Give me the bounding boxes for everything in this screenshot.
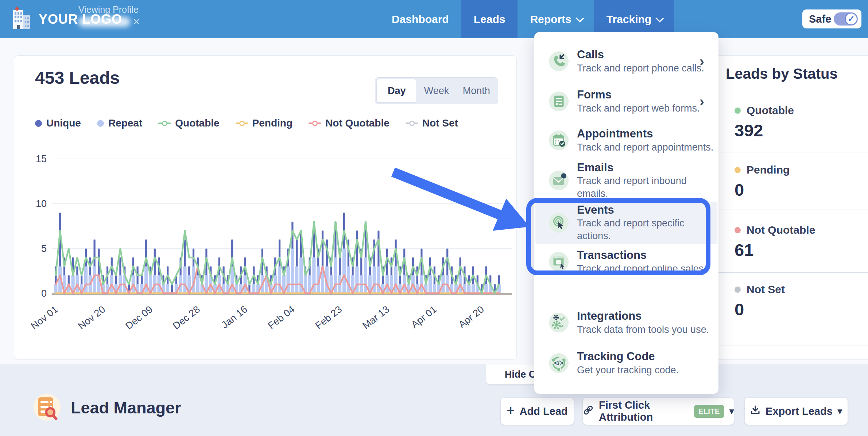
menu-item-calls[interactable]: CallsTrack and report phone calls.› xyxy=(535,41,717,81)
divider xyxy=(714,152,868,152)
nav-label: Tracking xyxy=(607,13,651,26)
top-navbar: YOUR LOGO Viewing Profile ✕ DashboardLea… xyxy=(0,0,868,38)
chevron-down-icon xyxy=(656,14,664,22)
legend-label: Quotable xyxy=(175,117,219,129)
viewing-profile-label: Viewing Profile xyxy=(78,4,139,15)
menu-item-integrations[interactable]: IntegrationsTrack data from tools you us… xyxy=(535,303,717,343)
first-click-attribution-label: First Click Attribution xyxy=(599,399,689,423)
lead-manager-icon xyxy=(33,393,61,423)
elite-badge: ELITE xyxy=(694,405,724,418)
svg-text:Nov 01: Nov 01 xyxy=(29,304,60,331)
nav-label: Reports xyxy=(530,13,571,26)
legend-item-pending[interactable]: Pending xyxy=(236,117,292,129)
safe-label: Safe xyxy=(809,13,831,25)
menu-item-title: Events xyxy=(577,203,717,217)
menu-item-title: Transactions xyxy=(577,248,706,262)
legend-label: Repeat xyxy=(108,117,142,129)
app-window: YOUR LOGO Viewing Profile ✕ DashboardLea… xyxy=(0,0,868,436)
menu-item-tracking-code[interactable]: </>Tracking CodeGet your tracking code. xyxy=(535,343,717,383)
range-option-day[interactable]: Day xyxy=(377,79,416,102)
legend-marker-icon xyxy=(158,122,171,124)
status-label: Not Set xyxy=(747,283,785,296)
menu-item-title: Appointments xyxy=(577,127,713,141)
menu-item-description: Track and report web forms. xyxy=(577,102,700,115)
chevron-down-icon xyxy=(576,14,584,22)
clear-profile-icon[interactable]: ✕ xyxy=(133,17,140,27)
status-value: 0 xyxy=(735,299,785,319)
link-icon xyxy=(583,405,594,418)
svg-text:5: 5 xyxy=(41,243,47,254)
export-leads-label: Export Leads xyxy=(766,405,833,417)
menu-item-title: Emails xyxy=(577,161,717,175)
svg-text:15: 15 xyxy=(36,153,47,164)
menu-item-description: Track and report specific actions. xyxy=(577,217,717,242)
status-value: 0 xyxy=(735,180,790,200)
status-row-pending: Pending0 xyxy=(735,164,790,200)
range-toggle: DayWeekMonth xyxy=(375,77,498,104)
events-icon xyxy=(549,213,569,233)
svg-text:Feb 04: Feb 04 xyxy=(266,304,297,331)
svg-text:Feb 23: Feb 23 xyxy=(313,304,344,331)
toggle-check-icon: ✓ xyxy=(845,13,857,25)
menu-item-forms[interactable]: FormsTrack and report web forms.› xyxy=(535,81,717,121)
profile-name-blurred[interactable] xyxy=(78,17,130,27)
svg-text:Nov 20: Nov 20 xyxy=(76,304,107,331)
menu-item-description: Track and report inbound emails. xyxy=(577,175,717,200)
first-click-attribution-button[interactable]: First Click Attribution ELITE ▾ xyxy=(583,398,734,425)
legend-marker-icon xyxy=(97,120,104,127)
nav-item-leads[interactable]: Leads xyxy=(461,0,518,38)
legend-item-unique[interactable]: Unique xyxy=(35,117,81,129)
svg-text:Jan 16: Jan 16 xyxy=(219,304,249,331)
nav-label: Dashboard xyxy=(392,13,449,26)
legend-item-repeat[interactable]: Repeat xyxy=(97,117,142,129)
svg-text:Apr 01: Apr 01 xyxy=(409,304,439,330)
status-value: 61 xyxy=(735,240,815,260)
export-leads-button[interactable]: Export Leads ▾ xyxy=(745,398,848,425)
leads-chart: 051015Nov 01Nov 20Dec 09Dec 28Jan 16Feb … xyxy=(26,146,514,352)
svg-text:10: 10 xyxy=(36,198,47,209)
svg-text:</>: </> xyxy=(554,359,563,367)
menu-item-title: Tracking Code xyxy=(577,350,679,364)
legend-label: Pending xyxy=(252,117,292,129)
menu-item-description: Track data from tools you use. xyxy=(577,323,709,336)
menu-item-transactions[interactable]: TransactionsTrack and report online sale… xyxy=(535,242,717,282)
status-row-not-quotable: Not Quotable61 xyxy=(735,224,815,260)
legend-item-quotable[interactable]: Quotable xyxy=(158,117,219,129)
safe-toggle[interactable]: ✓ xyxy=(834,12,858,26)
menu-item-events[interactable]: EventsTrack and report specific actions. xyxy=(535,202,717,244)
status-row-not-set: Not Set0 xyxy=(735,283,785,319)
status-panel-title: Leads by Status xyxy=(726,66,838,82)
menu-item-title: Forms xyxy=(577,88,700,102)
leads-count-title: 453 Leads xyxy=(35,68,120,88)
menu-item-title: Calls xyxy=(577,48,704,62)
range-option-week[interactable]: Week xyxy=(416,79,456,102)
legend-label: Unique xyxy=(46,117,81,129)
range-option-month[interactable]: Month xyxy=(457,79,496,102)
lead-manager-title: Lead Manager xyxy=(71,398,181,417)
calls-icon xyxy=(549,51,569,71)
legend-item-not-quotable[interactable]: Not Quotable xyxy=(309,117,390,129)
nav-label: Leads xyxy=(474,13,505,26)
legend-label: Not Quotable xyxy=(325,117,390,129)
plus-icon: + xyxy=(507,403,514,418)
forms-icon xyxy=(549,91,569,112)
integrations-icon xyxy=(549,312,569,333)
add-lead-label: Add Lead xyxy=(519,405,567,417)
menu-item-appointments[interactable]: AppointmentsTrack and report appointment… xyxy=(535,120,717,160)
chevron-right-icon: › xyxy=(700,54,704,69)
status-dot-icon xyxy=(735,167,741,173)
nav-item-dashboard[interactable]: Dashboard xyxy=(379,0,461,38)
svg-text:Mar 13: Mar 13 xyxy=(360,304,391,331)
legend-item-not-set[interactable]: Not Set xyxy=(406,117,458,129)
legend-marker-icon xyxy=(309,122,321,124)
menu-item-description: Track and report online sales. xyxy=(577,262,706,275)
svg-text:0: 0 xyxy=(41,288,47,299)
add-lead-button[interactable]: + Add Lead xyxy=(501,398,574,425)
appointments-icon xyxy=(549,130,569,151)
safe-mode-control: Safe ✓ xyxy=(802,9,861,28)
menu-item-description: Track and report phone calls. xyxy=(577,62,704,75)
menu-item-emails[interactable]: EmailsTrack and report inbound emails. xyxy=(535,160,717,201)
caret-down-icon: ▾ xyxy=(838,406,842,416)
menu-item-title: Integrations xyxy=(577,309,709,323)
menu-item-description: Get your tracking code. xyxy=(577,364,679,377)
